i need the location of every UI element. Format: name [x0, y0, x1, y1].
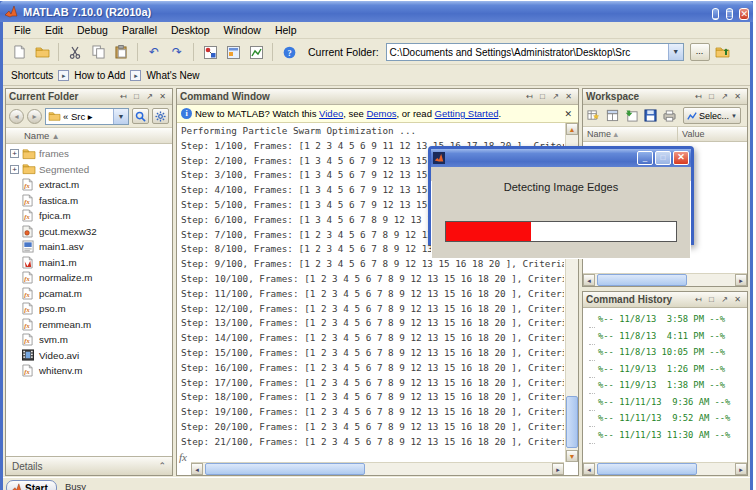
open-variable-icon[interactable] — [604, 107, 621, 124]
plot-selector-dropdown[interactable]: Selec... ▼ — [683, 107, 741, 124]
history-entry[interactable]: %-- 11/9/13 1:26 PM --% — [585, 361, 747, 378]
chevron-down-icon[interactable]: ▼ — [668, 44, 683, 60]
history-entry[interactable]: %-- 11/9/13 1:38 PM --% — [585, 377, 747, 394]
command-history-list[interactable]: %-- 11/8/13 3:58 PM --%%-- 11/8/13 4:11 … — [583, 308, 747, 462]
close-panel-icon[interactable]: ✕ — [562, 90, 575, 104]
whats-new-shortcut[interactable]: What's New — [146, 70, 199, 81]
maximize-panel-icon[interactable]: □ — [536, 90, 549, 104]
menu-file[interactable]: File — [7, 23, 38, 37]
file-row[interactable]: main1.asv — [6, 239, 172, 255]
dock-icon[interactable]: ↤ — [692, 90, 705, 104]
scroll-up-icon[interactable]: ▲ — [566, 123, 578, 135]
file-row[interactable]: fxextract.m — [6, 177, 172, 193]
expand-icon[interactable]: + — [10, 149, 19, 158]
video-link[interactable]: Video — [319, 108, 343, 119]
how-to-add-shortcut[interactable]: How to Add — [74, 70, 125, 81]
dialog-titlebar[interactable]: _ □ ✕ — [431, 149, 691, 167]
history-horizontal-scrollbar[interactable]: ◂ ▸ — [583, 462, 747, 475]
file-row[interactable]: fxpso.m — [6, 301, 172, 317]
search-icon[interactable] — [132, 108, 149, 124]
new-variable-icon[interactable] — [585, 107, 602, 124]
scroll-left-icon[interactable]: ◂ — [583, 274, 595, 286]
maximize-panel-icon[interactable]: □ — [130, 90, 143, 104]
maximize-button[interactable]: □ — [655, 151, 671, 165]
close-banner-icon[interactable]: ✕ — [562, 109, 574, 119]
workspace-name-column[interactable]: Name ▴ — [583, 127, 678, 141]
paste-icon[interactable] — [111, 42, 131, 62]
file-row[interactable]: +Segmented — [6, 162, 172, 178]
maximize-panel-icon[interactable]: □ — [705, 90, 718, 104]
file-row[interactable]: fxpcamat.m — [6, 286, 172, 302]
address-dropdown-icon[interactable]: ▼ — [113, 109, 128, 124]
file-row[interactable]: Video.avi — [6, 348, 172, 364]
file-row[interactable]: main1.m — [6, 255, 172, 271]
history-entry[interactable]: %-- 11/11/13 9:52 AM --% — [585, 410, 747, 427]
up-folder-icon[interactable] — [713, 42, 733, 62]
file-row[interactable]: fxremmean.m — [6, 317, 172, 333]
workspace-value-column[interactable]: Value — [678, 127, 747, 141]
progress-dialog[interactable]: _ □ ✕ Detecting Image Edges — [428, 146, 694, 245]
file-row[interactable]: fxsvm.m — [6, 332, 172, 348]
minimize-button[interactable]: _ — [637, 151, 653, 165]
open-file-icon[interactable] — [32, 42, 52, 62]
close-panel-icon[interactable]: ✕ — [156, 90, 169, 104]
browse-folder-button[interactable]: ... — [690, 43, 710, 61]
file-row[interactable]: +frames — [6, 146, 172, 162]
shortcut-icon[interactable]: ▸ — [130, 70, 141, 81]
history-entry[interactable]: %-- 11/8/13 3:58 PM --% — [585, 311, 747, 328]
copy-icon[interactable] — [88, 42, 108, 62]
simulink-icon[interactable] — [200, 42, 220, 62]
expand-icon[interactable]: + — [10, 165, 19, 174]
file-row[interactable]: gcut.mexw32 — [6, 224, 172, 240]
minimize-button[interactable]: _ — [712, 8, 719, 20]
horizontal-scrollbar[interactable]: ◂ ▸ — [191, 462, 564, 475]
import-data-icon[interactable] — [623, 107, 640, 124]
history-entry[interactable]: %-- 11/8/13 10:05 PM --% — [585, 344, 747, 361]
scroll-right-icon[interactable]: ▸ — [552, 463, 564, 475]
close-button[interactable]: ✕ — [739, 8, 749, 20]
undock-icon[interactable]: ↗ — [718, 90, 731, 104]
close-panel-icon[interactable]: ✕ — [731, 293, 744, 307]
name-column-header[interactable]: Name ▴ — [6, 128, 172, 144]
dock-icon[interactable]: ↤ — [523, 90, 536, 104]
menu-window[interactable]: Window — [217, 23, 268, 37]
current-folder-combobox[interactable]: C:\Documents and Settings\Administrator\… — [386, 43, 684, 61]
help-icon[interactable]: ? — [279, 42, 299, 62]
back-icon[interactable]: ◂ — [9, 109, 24, 124]
start-button[interactable]: Start — [6, 480, 57, 490]
undock-icon[interactable]: ↗ — [143, 90, 156, 104]
undo-icon[interactable]: ↶ — [144, 42, 164, 62]
horizontal-scroll-thumb[interactable] — [597, 274, 687, 286]
undock-icon[interactable]: ↗ — [549, 90, 562, 104]
redo-icon[interactable]: ↷ — [167, 42, 187, 62]
undock-icon[interactable]: ↗ — [718, 293, 731, 307]
scroll-right-icon[interactable]: ▸ — [735, 463, 747, 475]
cut-icon[interactable] — [65, 42, 85, 62]
guide-icon[interactable] — [223, 42, 243, 62]
close-panel-icon[interactable]: ✕ — [731, 90, 744, 104]
scroll-left-icon[interactable]: ◂ — [583, 463, 595, 475]
collapse-details-icon[interactable]: ⌃ — [158, 461, 166, 471]
dock-icon[interactable]: ↤ — [692, 293, 705, 307]
history-entry[interactable]: %-- 11/11/13 9:36 AM --% — [585, 394, 747, 411]
details-bar[interactable]: Details ⌃ — [6, 456, 172, 475]
workspace-horizontal-scrollbar[interactable]: ◂ ▸ — [583, 273, 747, 286]
print-icon[interactable] — [661, 107, 678, 124]
save-workspace-icon[interactable] — [642, 107, 659, 124]
dock-icon[interactable]: ↤ — [117, 90, 130, 104]
maximize-button[interactable]: □ — [726, 8, 733, 20]
shortcut-icon[interactable]: ▸ — [58, 70, 69, 81]
demos-link[interactable]: Demos — [366, 108, 396, 119]
history-entry[interactable]: %-- 11/11/13 11:30 AM --% — [585, 427, 747, 444]
getting-started-link[interactable]: Getting Started — [435, 108, 499, 119]
actions-gear-icon[interactable] — [152, 108, 169, 124]
file-row[interactable]: fxfastica.m — [6, 193, 172, 209]
new-file-icon[interactable] — [9, 42, 29, 62]
scroll-left-icon[interactable]: ◂ — [191, 463, 203, 475]
current-folder-path[interactable]: C:\Documents and Settings\Administrator\… — [387, 47, 668, 58]
address-bar[interactable]: « Src ▸ ▼ — [45, 108, 129, 125]
forward-icon[interactable]: ▸ — [27, 109, 42, 124]
scroll-right-icon[interactable]: ▸ — [735, 274, 747, 286]
menu-debug[interactable]: Debug — [70, 23, 115, 37]
menu-edit[interactable]: Edit — [38, 23, 70, 37]
